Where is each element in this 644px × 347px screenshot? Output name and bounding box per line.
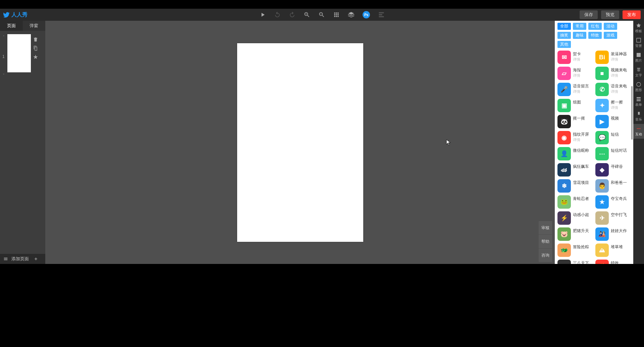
component-擦一擦[interactable]: ✦擦一擦详情 <box>595 99 631 112</box>
side-tool-互动[interactable]: 互动 <box>633 124 644 139</box>
component-微信昵称[interactable]: 👤微信昵称 <box>557 147 593 160</box>
side-tool-模板[interactable]: 模板 <box>633 21 644 36</box>
component-海报[interactable]: ▱海报详情 <box>557 67 593 80</box>
page-number: 1 <box>2 54 5 59</box>
component-短信对话[interactable]: ⋯短信对话 <box>595 147 631 160</box>
side-tool-文字[interactable]: 文字 <box>633 65 644 80</box>
tab-popup[interactable]: 弹窗 <box>23 21 46 31</box>
zoom-in-button[interactable] <box>304 11 310 18</box>
tab-page[interactable]: 页面 <box>0 21 23 31</box>
filter-其他[interactable]: 其他 <box>557 41 571 48</box>
brand-logo[interactable]: 人人秀 <box>3 11 28 18</box>
aux-review[interactable]: 审核 <box>539 221 552 234</box>
page-row: 1 <box>2 34 43 76</box>
menu-icon <box>3 257 8 261</box>
component-肥猪升天[interactable]: 🐷肥猪升天 <box>557 227 593 241</box>
save-button[interactable]: 保存 <box>580 10 598 19</box>
component-指纹开屏[interactable]: ◉指纹开屏详情 <box>557 131 593 144</box>
preview-button[interactable]: 预览 <box>601 10 619 19</box>
component-短信[interactable]: 💬短信 <box>595 131 631 144</box>
right-sidebar: 模板背景图片文字图形表单音乐互动 <box>633 21 644 264</box>
components-list[interactable]: ✉贺卡详情Bi装逼神器详情▱海报详情■视频来电详情🎤语音留言详情✆语音来电详情▣… <box>555 49 633 264</box>
component-组图[interactable]: ▣组图 <box>557 99 593 112</box>
page-up-icon[interactable] <box>2 34 5 38</box>
aux-consult[interactable]: 咨询 <box>539 249 552 262</box>
side-tool-背景[interactable]: 背景 <box>633 36 644 50</box>
filter-趣味[interactable]: 趣味 <box>573 32 586 39</box>
bird-icon <box>3 11 10 18</box>
svg-point-2 <box>638 128 639 129</box>
side-tool-表单[interactable]: 表单 <box>633 94 644 109</box>
page-down-icon[interactable] <box>2 72 5 76</box>
component-和爸爸一[interactable]: 👨和爸爸一 <box>595 179 631 193</box>
filter-活动[interactable]: 活动 <box>604 23 617 30</box>
component-疯狂飙车[interactable]: 🏎疯狂飙车 <box>557 163 593 177</box>
filter-游戏[interactable]: 游戏 <box>604 32 617 39</box>
editor-window: 人人秀 Ps 保存 预览 发布 页面 弹 <box>0 9 644 264</box>
page-thumbnail[interactable] <box>7 34 31 72</box>
side-tool-图形[interactable]: 图形 <box>633 80 644 94</box>
svg-point-0 <box>637 82 641 86</box>
filter-红包[interactable]: 红包 <box>588 23 602 30</box>
plus-icon <box>34 257 38 261</box>
component-青蛙忍者[interactable]: 🐸青蛙忍者 <box>557 195 593 209</box>
component-摇一摇[interactable]: 🐼摇一摇 <box>557 115 593 128</box>
filter-常用[interactable]: 常用 <box>573 23 586 30</box>
publish-button[interactable]: 发布 <box>623 10 641 19</box>
component-动感小超[interactable]: ⚡动感小超 <box>557 211 593 225</box>
components-panel: 全部常用红包活动抽奖趣味特效游戏其他 ✉贺卡详情Bi装逼神器详情▱海报详情■视频… <box>555 21 633 264</box>
scrollbar-thumb[interactable] <box>631 86 633 140</box>
undo-button[interactable] <box>274 11 281 18</box>
component-寻碑谷[interactable]: ◆寻碑谷 <box>595 163 631 177</box>
component-雪花项目[interactable]: ❄雪花项目 <box>557 179 593 193</box>
component-语音来电[interactable]: ✆语音来电详情 <box>595 83 631 96</box>
page-canvas[interactable] <box>237 43 363 242</box>
component-语音留言[interactable]: 🎤语音留言详情 <box>557 83 593 96</box>
component-娃娃大作[interactable]: 🎎娃娃大作 <box>595 227 631 241</box>
align-button[interactable] <box>378 11 385 18</box>
component-装逼神器[interactable]: Bi装逼神器详情 <box>595 51 631 64</box>
add-page-button[interactable]: 添加页面 <box>0 254 45 264</box>
component-贺卡[interactable]: ✉贺卡详情 <box>557 51 593 64</box>
toolbar-center: Ps <box>259 11 385 18</box>
filter-特效[interactable]: 特效 <box>588 32 602 39</box>
redo-button[interactable] <box>289 11 296 18</box>
canvas-area <box>45 21 555 264</box>
play-button[interactable] <box>259 11 266 18</box>
filter-tabs: 全部常用红包活动抽奖趣味特效游戏其他 <box>555 21 633 49</box>
component-三八天下[interactable]: …三八天下 <box>557 260 593 264</box>
component-视频[interactable]: ▶视频 <box>595 115 631 128</box>
left-panel: 页面 弹窗 1 <box>0 21 45 264</box>
side-tool-音乐[interactable]: 音乐 <box>633 109 644 124</box>
aux-help[interactable]: 帮助 <box>539 235 552 248</box>
copy-page-icon[interactable] <box>33 46 38 51</box>
svg-point-3 <box>640 128 641 129</box>
ps-badge[interactable]: Ps <box>363 11 370 18</box>
component-视频来电[interactable]: ■视频来电详情 <box>595 67 631 80</box>
component-夺宝奇兵[interactable]: ★夺宝奇兵 <box>595 195 631 209</box>
component-冒险抢粽[interactable]: 🐲冒险抢粽 <box>557 244 593 257</box>
aux-buttons: 审核 帮助 咨询 <box>539 221 552 262</box>
component-特效[interactable]: ✨特效 <box>595 260 631 264</box>
layers-button[interactable] <box>348 11 355 18</box>
delete-page-icon[interactable] <box>33 37 38 42</box>
topbar: 人人秀 Ps 保存 预览 发布 <box>0 9 644 21</box>
side-tool-图片[interactable]: 图片 <box>633 50 644 65</box>
grid-button[interactable] <box>333 11 340 18</box>
component-堆草堆[interactable]: ⛰堆草堆 <box>595 244 631 257</box>
filter-抽奖[interactable]: 抽奖 <box>557 32 571 39</box>
star-page-icon[interactable] <box>33 54 38 60</box>
zoom-out-button[interactable] <box>318 11 325 18</box>
filter-全部[interactable]: 全部 <box>557 23 571 30</box>
component-空中打飞[interactable]: ✈空中打飞 <box>595 211 631 225</box>
svg-point-1 <box>637 128 638 129</box>
